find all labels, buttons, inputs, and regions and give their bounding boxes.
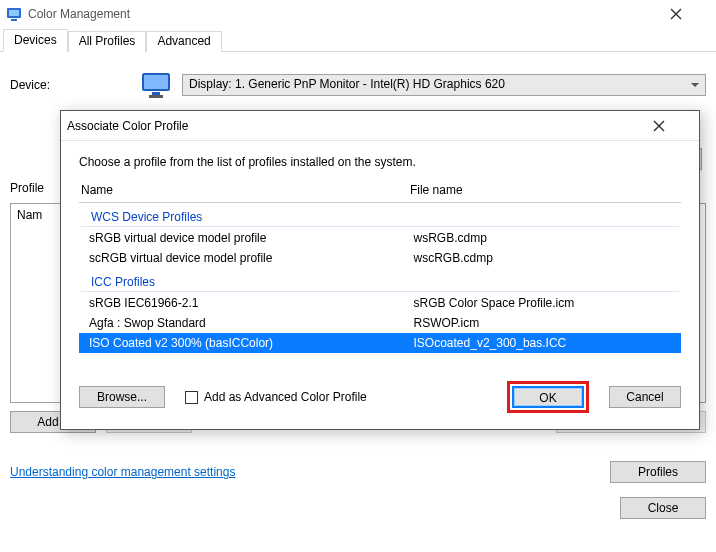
tab-devices[interactable]: Devices	[3, 29, 68, 52]
cell-name: Agfa : Swop Standard	[89, 316, 414, 330]
cell-name: ISO Coated v2 300% (basICColor)	[89, 336, 414, 350]
cell-file: wscRGB.cdmp	[414, 251, 680, 265]
device-select-value: Display: 1. Generic PnP Monitor - Intel(…	[189, 77, 505, 91]
checkbox-label: Add as Advanced Color Profile	[204, 390, 367, 404]
dialog-titlebar: Associate Color Profile	[61, 111, 699, 141]
ok-button[interactable]: OK	[512, 386, 584, 408]
col-header-file[interactable]: File name	[410, 183, 679, 197]
close-row: Close	[10, 497, 706, 519]
checkbox-box	[185, 391, 198, 404]
ok-button-highlight: OK	[507, 381, 589, 413]
profile-table[interactable]: WCS Device Profiles sRGB virtual device …	[79, 206, 681, 353]
table-row[interactable]: Agfa : Swop Standard RSWOP.icm	[79, 313, 681, 333]
close-button[interactable]: Close	[620, 497, 706, 519]
device-select[interactable]: Display: 1. Generic PnP Monitor - Intel(…	[182, 74, 706, 96]
svg-rect-1	[9, 10, 19, 16]
device-row: Device: Display: 1. Generic PnP Monitor …	[10, 71, 706, 99]
button-label: Cancel	[626, 390, 663, 404]
table-row[interactable]: scRGB virtual device model profile wscRG…	[79, 248, 681, 268]
main-tabs: Devices All Profiles Advanced	[0, 28, 716, 52]
table-row[interactable]: sRGB virtual device model profile wsRGB.…	[79, 228, 681, 248]
table-row-selected[interactable]: ISO Coated v2 300% (basICColor) ISOcoate…	[79, 333, 681, 353]
main-close-button[interactable]	[670, 8, 710, 20]
close-icon	[670, 8, 682, 20]
dialog-body: Choose a profile from the list of profil…	[61, 141, 699, 429]
svg-rect-7	[152, 92, 160, 95]
dialog-actions: Browse... Add as Advanced Color Profile …	[79, 381, 681, 413]
close-icon	[653, 120, 665, 132]
profile-table-header: Name File name	[79, 179, 681, 203]
profiles-list-header-name: Nam	[17, 208, 42, 222]
color-management-icon	[6, 6, 22, 22]
help-link[interactable]: Understanding color management settings	[10, 465, 235, 479]
cell-file: RSWOP.icm	[414, 316, 680, 330]
profiles-button[interactable]: Profiles	[610, 461, 706, 483]
cell-file: ISOcoated_v2_300_bas.ICC	[414, 336, 680, 350]
cell-name: sRGB IEC61966-2.1	[89, 296, 414, 310]
tab-label: All Profiles	[79, 34, 136, 48]
browse-button[interactable]: Browse...	[79, 386, 165, 408]
monitor-icon	[140, 71, 172, 99]
tab-label: Advanced	[157, 34, 210, 48]
tab-all-profiles[interactable]: All Profiles	[68, 31, 147, 52]
button-label: OK	[539, 391, 556, 405]
device-label: Device:	[10, 78, 140, 92]
svg-rect-6	[144, 75, 168, 89]
cell-file: wsRGB.cdmp	[414, 231, 680, 245]
cell-file: sRGB Color Space Profile.icm	[414, 296, 680, 310]
cell-name: scRGB virtual device model profile	[89, 251, 414, 265]
group-icc: ICC Profiles	[81, 271, 679, 292]
dialog-instruction: Choose a profile from the list of profil…	[79, 155, 681, 169]
footer-row: Understanding color management settings …	[10, 461, 706, 483]
button-label: Close	[648, 501, 679, 515]
col-header-name[interactable]: Name	[81, 183, 410, 197]
cell-name: sRGB virtual device model profile	[89, 231, 414, 245]
group-wcs: WCS Device Profiles	[81, 206, 679, 227]
svg-rect-8	[149, 95, 163, 98]
dialog-title: Associate Color Profile	[67, 119, 653, 133]
advanced-checkbox[interactable]: Add as Advanced Color Profile	[185, 390, 367, 404]
main-titlebar: Color Management	[0, 0, 716, 28]
button-label: Profiles	[638, 465, 678, 479]
button-label: Browse...	[97, 390, 147, 404]
table-row[interactable]: sRGB IEC61966-2.1 sRGB Color Space Profi…	[79, 293, 681, 313]
associate-color-profile-dialog: Associate Color Profile Choose a profile…	[60, 110, 700, 430]
cancel-button[interactable]: Cancel	[609, 386, 681, 408]
tab-label: Devices	[14, 33, 57, 47]
svg-rect-2	[11, 19, 17, 21]
tab-advanced[interactable]: Advanced	[146, 31, 221, 52]
dialog-close-button[interactable]	[653, 120, 693, 132]
main-title: Color Management	[28, 7, 670, 21]
